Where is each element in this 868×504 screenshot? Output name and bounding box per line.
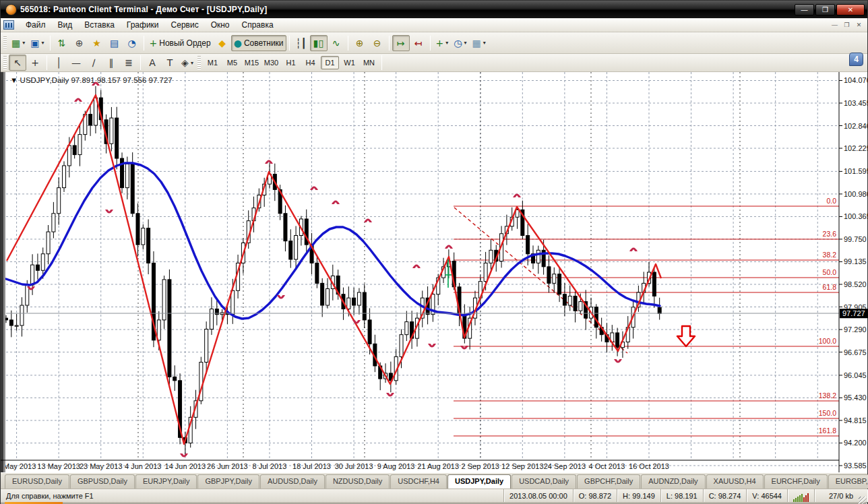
date-label: 14 Jun 2013 <box>165 462 206 470</box>
text-tool[interactable]: A <box>144 55 161 71</box>
timeframe-MN[interactable]: MN <box>360 56 378 69</box>
templates-button-dropdown-icon[interactable]: ▾ <box>483 40 486 46</box>
navigator-button[interactable]: ★ <box>88 35 106 51</box>
tab-NZDUSD-Daily[interactable]: NZDUSD,Daily <box>326 474 390 489</box>
fib-label: 161.8 <box>819 427 836 435</box>
alerts-button-icon: ◆ <box>218 38 226 48</box>
fractal-down-icon <box>614 359 622 363</box>
menu-item-3[interactable]: Графики <box>121 19 165 31</box>
zoom-in-button[interactable]: ⊕ <box>351 35 369 51</box>
date-label: 23 May 2013 <box>80 462 123 470</box>
bar-chart-button-icon: ┆┃ <box>295 38 307 48</box>
cursor-tool-icon: ↖ <box>13 58 22 67</box>
notification-badge[interactable]: 4 <box>849 53 863 66</box>
timeframe-W1[interactable]: W1 <box>340 56 359 69</box>
tab-USDJPY-Daily[interactable]: USDJPY,Daily <box>447 474 511 489</box>
indicators-button[interactable]: +▾ <box>433 35 452 51</box>
line-chart-button[interactable]: ∿ <box>328 35 345 51</box>
minimize-button[interactable]: — <box>795 4 814 15</box>
maximize-button[interactable]: ❐ <box>815 4 835 15</box>
timeframe-M5[interactable]: M5 <box>223 56 241 69</box>
auto-scroll-button[interactable]: ↦ <box>392 35 410 51</box>
mdi-restore-button[interactable]: ❐ <box>841 20 852 30</box>
expert-advisors-button-icon: ● <box>234 38 242 48</box>
menu-item-2[interactable]: Вставка <box>78 19 121 31</box>
drawing-toolbar: ↖+│—∕∥≣AT◈▾ M1M5M15M30H1H4D1W1MN <box>1 54 867 72</box>
new-chart-button[interactable]: ▦▾ <box>9 35 28 51</box>
tab-USDCHF-H4[interactable]: USDCHF,H4 <box>390 474 447 489</box>
vertical-line-tool[interactable]: │ <box>50 55 67 71</box>
expert-advisors-button[interactable]: ●Советники <box>231 35 286 51</box>
profiles-button[interactable]: ▣▾ <box>28 35 46 51</box>
date-label: 26 Jun 2013 <box>207 462 248 470</box>
candlestick-chart-button[interactable]: ▮▯ <box>310 35 328 51</box>
candles-layer <box>5 86 662 454</box>
strategy-tester-button[interactable]: ◔ <box>123 35 141 51</box>
shapes-tool-dropdown-icon[interactable]: ▾ <box>191 60 193 66</box>
fractal-up-icon <box>74 98 82 102</box>
crosshair-tool[interactable]: + <box>26 55 44 71</box>
price-chart[interactable]: 0.023.638.250.061.8100.0138.2150.0161.81… <box>1 72 868 472</box>
menu-item-4[interactable]: Сервис <box>165 19 205 31</box>
terminal-button[interactable]: ▤ <box>106 35 123 51</box>
label-tool-icon: T <box>167 58 173 67</box>
alerts-button[interactable]: ◆ <box>214 35 231 51</box>
market-watch-button[interactable]: ⇅ <box>53 35 71 51</box>
timeframe-D1[interactable]: D1 <box>321 56 339 69</box>
mdi-minimize-button[interactable]: — <box>829 20 840 30</box>
axes-layer[interactable]: 1 May 201313 May 201323 May 20134 Jun 20… <box>1 72 868 472</box>
tab-GBPUSD-Daily[interactable]: GBPUSD,Daily <box>70 474 135 489</box>
shapes-tool[interactable]: ◈▾ <box>179 55 196 71</box>
trendline-tool[interactable]: ∕ <box>85 55 102 71</box>
chart-area: 0.023.638.250.061.8100.0138.2150.0161.81… <box>1 72 867 472</box>
zigzag-line <box>7 95 661 444</box>
close-button[interactable]: ✕ <box>836 4 865 15</box>
indicators-button-dropdown-icon[interactable]: ▾ <box>445 40 448 46</box>
mdi-close-button[interactable]: ✕ <box>853 20 865 30</box>
date-label: 2 Sep 2013 <box>462 462 499 470</box>
periods-button[interactable]: ◷▾ <box>451 35 469 51</box>
tab-XAUUSD-H4[interactable]: XAUUSD,H4 <box>706 474 764 489</box>
tab-GBPJPY-Daily[interactable]: GBPJPY,Daily <box>197 474 259 489</box>
bar-chart-button[interactable]: ┆┃ <box>292 35 310 51</box>
new-order-button-label: Новый Ордер <box>159 38 210 48</box>
timeframe-M1[interactable]: M1 <box>204 56 222 69</box>
tab-EURJPY-Daily[interactable]: EURJPY,Daily <box>135 474 197 489</box>
timeframe-H1[interactable]: H1 <box>282 56 300 69</box>
periods-button-dropdown-icon[interactable]: ▾ <box>464 40 467 46</box>
tab-USDCAD-Daily[interactable]: USDCAD,Daily <box>512 474 576 489</box>
tab-EURUSD-Daily[interactable]: EURUSD,Daily <box>5 474 69 489</box>
cursor-tool[interactable]: ↖ <box>9 55 26 71</box>
price-label: 102.840 <box>844 122 868 130</box>
resize-grip[interactable] <box>859 497 867 504</box>
price-label: 94.815 <box>844 416 867 424</box>
templates-button[interactable]: ▦▾ <box>470 35 489 51</box>
tab-AUDNZD-Daily[interactable]: AUDNZD,Daily <box>641 474 705 489</box>
new-order-button[interactable]: +Новый Ордер <box>147 35 214 51</box>
zoom-out-button[interactable]: ⊖ <box>369 35 386 51</box>
menu-item-6[interactable]: Справка <box>236 19 280 31</box>
status-low: L: 98.191 <box>661 489 704 502</box>
menu-item-0[interactable]: Файл <box>20 19 52 31</box>
profiles-button-dropdown-icon[interactable]: ▾ <box>41 40 44 46</box>
tab-AUDUSD-Daily[interactable]: AUDUSD,Daily <box>260 474 325 489</box>
trendline-tool-icon: ∕ <box>92 58 96 67</box>
data-window-button[interactable]: ⊕ <box>71 35 88 51</box>
fractal-up-icon <box>265 160 273 164</box>
menu-item-5[interactable]: Окно <box>205 19 236 31</box>
horizontal-line-tool[interactable]: — <box>67 55 85 71</box>
timeframe-M30[interactable]: M30 <box>262 56 280 69</box>
label-tool[interactable]: T <box>161 55 179 71</box>
fib-label: 50.0 <box>823 268 837 276</box>
fibonacci-tool[interactable]: ≣ <box>120 55 137 71</box>
tab-EURCHF-Daily[interactable]: EURCHF,Daily <box>764 474 828 489</box>
chart-shift-button[interactable]: ↤ <box>410 35 427 51</box>
tab-GBPCHF-Daily[interactable]: GBPCHF,Daily <box>577 474 640 489</box>
timeframe-H4[interactable]: H4 <box>301 56 319 69</box>
new-chart-button-icon: ▦ <box>11 38 20 48</box>
tab-EURGBP-Daily[interactable]: EURGBP,Daily <box>828 474 868 489</box>
menu-item-1[interactable]: Вид <box>52 19 79 31</box>
channel-tool[interactable]: ∥ <box>102 55 120 71</box>
new-chart-button-dropdown-icon[interactable]: ▾ <box>22 40 25 46</box>
timeframe-M15[interactable]: M15 <box>243 56 261 69</box>
